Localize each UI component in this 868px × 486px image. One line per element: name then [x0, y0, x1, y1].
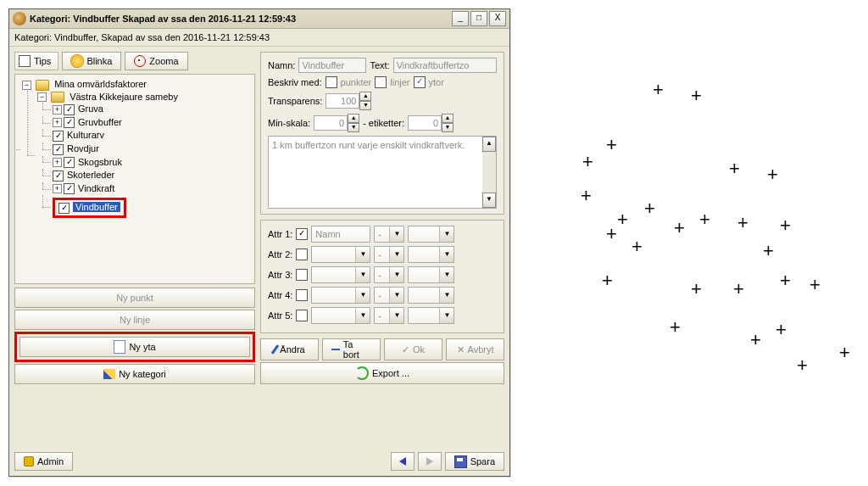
attr5-val-combo[interactable]: ▼	[408, 307, 454, 324]
ny-linje-button[interactable]: Ny linje	[14, 310, 255, 330]
spara-button[interactable]: Spara	[445, 452, 504, 471]
checkbox-icon[interactable]: ✓	[53, 131, 64, 142]
pencil-icon	[271, 344, 279, 355]
spin-down-icon[interactable]: ▼	[348, 123, 359, 132]
punkter-checkbox[interactable]	[326, 76, 337, 88]
minus-icon	[331, 349, 340, 350]
attr2-val-combo[interactable]: ▼	[408, 246, 454, 263]
expand-icon[interactable]: +	[53, 105, 62, 115]
map-point: +	[632, 237, 643, 256]
scroll-track[interactable]	[482, 152, 496, 193]
blinka-button[interactable]: Blinka	[62, 52, 121, 70]
attr4-op-combo[interactable]: -▼	[374, 287, 404, 304]
tree-item-vindkraft[interactable]: +✓Vindkraft	[53, 182, 251, 196]
scrollbar[interactable]: ▲ ▼	[482, 137, 496, 208]
andra-button[interactable]: Ändra	[260, 338, 319, 360]
checkbox-icon[interactable]: ✓	[64, 183, 75, 194]
admin-button[interactable]: Admin	[14, 452, 73, 471]
expand-icon[interactable]: +	[53, 184, 62, 193]
spin-up-icon[interactable]: ▲	[442, 114, 453, 123]
attr2-op-combo[interactable]: -▼	[374, 246, 404, 263]
minimize-button[interactable]: _	[452, 11, 469, 26]
attr-row-2: Attr 2: ▼ -▼ ▼	[268, 246, 497, 263]
spin-down-icon[interactable]: ▼	[359, 101, 371, 110]
scroll-up-icon[interactable]: ▲	[482, 137, 496, 152]
maximize-button[interactable]: □	[470, 11, 487, 26]
attr5-checkbox[interactable]	[296, 310, 308, 321]
attr3-name-combo[interactable]: ▼	[311, 266, 370, 283]
spin-down-icon[interactable]: ▼	[442, 123, 453, 132]
check-icon: ✓	[402, 344, 409, 355]
expand-icon[interactable]: +	[53, 118, 62, 127]
attr4-val-combo[interactable]: ▼	[408, 287, 454, 304]
folder-icon	[36, 80, 49, 91]
chevron-down-icon: ▼	[439, 247, 453, 262]
arrow-right-icon	[426, 457, 433, 466]
tree-item-gruvbuffer[interactable]: +✓Gruvbuffer	[53, 116, 251, 130]
checkbox-icon[interactable]: ✓	[64, 117, 75, 128]
ny-punkt-button[interactable]: Ny punkt	[14, 288, 255, 308]
minskala-spinner[interactable]: ▲▼	[314, 114, 359, 132]
attr5-op-combo[interactable]: -▼	[374, 307, 404, 324]
spin-up-icon[interactable]: ▲	[348, 114, 359, 123]
transparens-label: Transparens:	[268, 96, 322, 106]
map-point: +	[582, 153, 593, 171]
ny-yta-button[interactable]: Ny yta	[19, 337, 250, 357]
spin-up-icon[interactable]: ▲	[359, 92, 371, 101]
attr3-val-combo[interactable]: ▼	[408, 266, 454, 283]
nav-next-button[interactable]	[418, 452, 442, 471]
ny-kategori-button[interactable]: Ny kategori	[14, 364, 255, 384]
attr-row-4: Attr 4: ▼ -▼ ▼	[268, 287, 497, 304]
map-point: +	[581, 187, 592, 205]
attr1-checkbox[interactable]: ✓	[296, 228, 308, 240]
checkbox-icon[interactable]: ✓	[64, 104, 75, 115]
transparens-input[interactable]	[326, 93, 359, 109]
zooma-button[interactable]: Zooma	[125, 52, 187, 70]
transparens-spinner[interactable]: ▲▼	[326, 92, 371, 110]
tabort-button[interactable]: Ta bort	[322, 338, 381, 360]
linjer-checkbox[interactable]	[375, 76, 387, 88]
attr1-name-combo[interactable]: Namn	[311, 226, 370, 243]
checkbox-icon[interactable]: ✓	[64, 157, 75, 168]
etiketter-spinner[interactable]: ▲▼	[408, 114, 453, 132]
tree-sameby[interactable]: − Västra Kikkejaure sameby +✓Gruva +✓Gru…	[37, 91, 251, 220]
chevron-down-icon: ▼	[389, 226, 403, 242]
tree-item-gruva[interactable]: +✓Gruva	[53, 103, 251, 116]
minskala-input[interactable]	[314, 115, 348, 131]
attr3-checkbox[interactable]	[296, 269, 308, 281]
scroll-down-icon[interactable]: ▼	[482, 193, 496, 208]
attr1-op-combo[interactable]: -▼	[374, 226, 404, 243]
tree-item-skogsbruk[interactable]: +✓Skogsbruk	[53, 156, 251, 170]
attr4-name-combo[interactable]: ▼	[311, 287, 370, 304]
tree-item-kulturarv[interactable]: ✓Kulturarv	[53, 129, 251, 142]
description-textarea[interactable]: 1 km buffertzon runt varje enskilt vindk…	[268, 136, 497, 209]
tips-checkbox[interactable]: Tips	[14, 52, 58, 70]
attr2-name-combo[interactable]: ▼	[311, 246, 370, 263]
map-point: +	[653, 81, 664, 99]
text-input[interactable]	[393, 58, 497, 73]
ok-button[interactable]: ✓ Ok	[384, 338, 442, 360]
avbryt-button[interactable]: ✕ Avbryt	[446, 338, 504, 360]
tree-item-skoterleder[interactable]: ✓Skoterleder	[53, 169, 251, 182]
attr1-val-combo[interactable]: ▼	[408, 226, 454, 243]
expand-icon[interactable]: −	[22, 81, 31, 90]
tree-root[interactable]: − Mina omvärldsfaktorer − Västra Kikkeja…	[22, 78, 251, 221]
tree-item-vindbuffer[interactable]: Vindbuffer	[73, 202, 120, 212]
etiketter-input[interactable]	[408, 115, 442, 131]
namn-input[interactable]	[298, 58, 366, 73]
ytor-checkbox[interactable]: ✓	[414, 76, 426, 88]
tree-item-rovdjur[interactable]: ✓Rovdjur	[53, 142, 251, 156]
nav-prev-button[interactable]	[391, 452, 415, 471]
close-button[interactable]: X	[489, 11, 506, 26]
checkbox-icon[interactable]: ✓	[53, 144, 64, 155]
attr2-checkbox[interactable]	[296, 249, 308, 260]
cancel-icon: ✕	[457, 344, 465, 355]
attr5-name-combo[interactable]: ▼	[311, 307, 370, 324]
attr3-op-combo[interactable]: -▼	[374, 266, 404, 283]
expand-icon[interactable]: −	[37, 92, 47, 102]
export-button[interactable]: Export ...	[260, 362, 504, 384]
checkbox-icon[interactable]: ✓	[58, 203, 70, 214]
attr4-checkbox[interactable]	[296, 289, 308, 301]
expand-icon[interactable]: +	[53, 158, 62, 167]
checkbox-icon[interactable]: ✓	[53, 170, 64, 182]
